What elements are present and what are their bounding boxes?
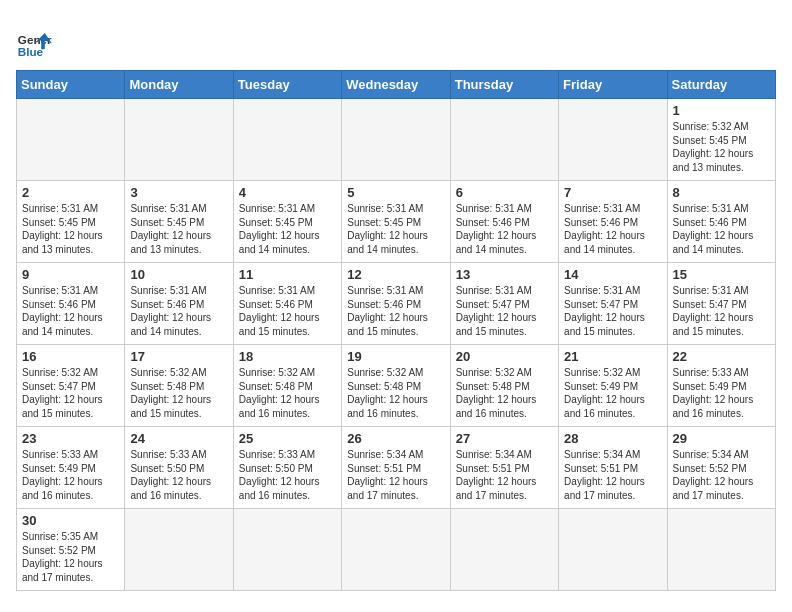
- calendar-cell: 5Sunrise: 5:31 AM Sunset: 5:45 PM Daylig…: [342, 181, 450, 263]
- day-info: Sunrise: 5:32 AM Sunset: 5:47 PM Dayligh…: [22, 366, 119, 420]
- calendar-cell: 27Sunrise: 5:34 AM Sunset: 5:51 PM Dayli…: [450, 427, 558, 509]
- calendar-cell: 26Sunrise: 5:34 AM Sunset: 5:51 PM Dayli…: [342, 427, 450, 509]
- calendar-cell: 4Sunrise: 5:31 AM Sunset: 5:45 PM Daylig…: [233, 181, 341, 263]
- calendar-cell: 17Sunrise: 5:32 AM Sunset: 5:48 PM Dayli…: [125, 345, 233, 427]
- day-info: Sunrise: 5:31 AM Sunset: 5:47 PM Dayligh…: [564, 284, 661, 338]
- week-row-5: 30Sunrise: 5:35 AM Sunset: 5:52 PM Dayli…: [17, 509, 776, 591]
- calendar-cell: [667, 509, 775, 591]
- calendar-cell: 21Sunrise: 5:32 AM Sunset: 5:49 PM Dayli…: [559, 345, 667, 427]
- day-info: Sunrise: 5:33 AM Sunset: 5:50 PM Dayligh…: [239, 448, 336, 502]
- calendar-cell: 16Sunrise: 5:32 AM Sunset: 5:47 PM Dayli…: [17, 345, 125, 427]
- day-number: 2: [22, 185, 119, 200]
- day-info: Sunrise: 5:31 AM Sunset: 5:46 PM Dayligh…: [347, 284, 444, 338]
- day-info: Sunrise: 5:35 AM Sunset: 5:52 PM Dayligh…: [22, 530, 119, 584]
- col-header-monday: Monday: [125, 71, 233, 99]
- day-number: 8: [673, 185, 770, 200]
- calendar-cell: 9Sunrise: 5:31 AM Sunset: 5:46 PM Daylig…: [17, 263, 125, 345]
- day-info: Sunrise: 5:31 AM Sunset: 5:45 PM Dayligh…: [347, 202, 444, 256]
- day-info: Sunrise: 5:31 AM Sunset: 5:46 PM Dayligh…: [130, 284, 227, 338]
- day-number: 3: [130, 185, 227, 200]
- logo: General Blue: [16, 24, 52, 60]
- day-info: Sunrise: 5:31 AM Sunset: 5:45 PM Dayligh…: [239, 202, 336, 256]
- day-info: Sunrise: 5:31 AM Sunset: 5:46 PM Dayligh…: [239, 284, 336, 338]
- day-number: 4: [239, 185, 336, 200]
- col-header-wednesday: Wednesday: [342, 71, 450, 99]
- day-info: Sunrise: 5:31 AM Sunset: 5:47 PM Dayligh…: [673, 284, 770, 338]
- header: General Blue: [16, 16, 776, 60]
- day-number: 20: [456, 349, 553, 364]
- day-info: Sunrise: 5:33 AM Sunset: 5:50 PM Dayligh…: [130, 448, 227, 502]
- day-number: 19: [347, 349, 444, 364]
- calendar-cell: 6Sunrise: 5:31 AM Sunset: 5:46 PM Daylig…: [450, 181, 558, 263]
- calendar-cell: [233, 99, 341, 181]
- day-number: 5: [347, 185, 444, 200]
- calendar-cell: [559, 99, 667, 181]
- day-number: 25: [239, 431, 336, 446]
- day-info: Sunrise: 5:34 AM Sunset: 5:51 PM Dayligh…: [347, 448, 444, 502]
- calendar-cell: [450, 99, 558, 181]
- calendar-cell: [559, 509, 667, 591]
- svg-text:Blue: Blue: [18, 45, 44, 58]
- calendar-cell: 19Sunrise: 5:32 AM Sunset: 5:48 PM Dayli…: [342, 345, 450, 427]
- calendar-cell: 25Sunrise: 5:33 AM Sunset: 5:50 PM Dayli…: [233, 427, 341, 509]
- col-header-sunday: Sunday: [17, 71, 125, 99]
- calendar-cell: 22Sunrise: 5:33 AM Sunset: 5:49 PM Dayli…: [667, 345, 775, 427]
- day-info: Sunrise: 5:32 AM Sunset: 5:48 PM Dayligh…: [347, 366, 444, 420]
- calendar-cell: [125, 99, 233, 181]
- calendar-cell: 12Sunrise: 5:31 AM Sunset: 5:46 PM Dayli…: [342, 263, 450, 345]
- day-number: 12: [347, 267, 444, 282]
- day-number: 30: [22, 513, 119, 528]
- week-row-4: 23Sunrise: 5:33 AM Sunset: 5:49 PM Dayli…: [17, 427, 776, 509]
- day-number: 27: [456, 431, 553, 446]
- day-info: Sunrise: 5:34 AM Sunset: 5:51 PM Dayligh…: [564, 448, 661, 502]
- calendar-cell: 11Sunrise: 5:31 AM Sunset: 5:46 PM Dayli…: [233, 263, 341, 345]
- col-header-thursday: Thursday: [450, 71, 558, 99]
- col-header-saturday: Saturday: [667, 71, 775, 99]
- day-info: Sunrise: 5:33 AM Sunset: 5:49 PM Dayligh…: [673, 366, 770, 420]
- calendar-cell: 15Sunrise: 5:31 AM Sunset: 5:47 PM Dayli…: [667, 263, 775, 345]
- calendar-cell: 3Sunrise: 5:31 AM Sunset: 5:45 PM Daylig…: [125, 181, 233, 263]
- calendar-cell: 28Sunrise: 5:34 AM Sunset: 5:51 PM Dayli…: [559, 427, 667, 509]
- day-number: 14: [564, 267, 661, 282]
- day-info: Sunrise: 5:32 AM Sunset: 5:48 PM Dayligh…: [239, 366, 336, 420]
- logo-icon: General Blue: [16, 24, 52, 60]
- day-number: 10: [130, 267, 227, 282]
- day-number: 11: [239, 267, 336, 282]
- day-info: Sunrise: 5:32 AM Sunset: 5:45 PM Dayligh…: [673, 120, 770, 174]
- calendar-cell: 7Sunrise: 5:31 AM Sunset: 5:46 PM Daylig…: [559, 181, 667, 263]
- day-number: 22: [673, 349, 770, 364]
- calendar-cell: 20Sunrise: 5:32 AM Sunset: 5:48 PM Dayli…: [450, 345, 558, 427]
- week-row-1: 2Sunrise: 5:31 AM Sunset: 5:45 PM Daylig…: [17, 181, 776, 263]
- day-info: Sunrise: 5:31 AM Sunset: 5:46 PM Dayligh…: [456, 202, 553, 256]
- day-info: Sunrise: 5:31 AM Sunset: 5:46 PM Dayligh…: [22, 284, 119, 338]
- calendar-cell: 14Sunrise: 5:31 AM Sunset: 5:47 PM Dayli…: [559, 263, 667, 345]
- calendar-cell: [450, 509, 558, 591]
- day-info: Sunrise: 5:32 AM Sunset: 5:48 PM Dayligh…: [456, 366, 553, 420]
- calendar-header-row: SundayMondayTuesdayWednesdayThursdayFrid…: [17, 71, 776, 99]
- day-info: Sunrise: 5:31 AM Sunset: 5:46 PM Dayligh…: [673, 202, 770, 256]
- day-info: Sunrise: 5:34 AM Sunset: 5:52 PM Dayligh…: [673, 448, 770, 502]
- day-number: 7: [564, 185, 661, 200]
- day-number: 1: [673, 103, 770, 118]
- calendar-cell: 24Sunrise: 5:33 AM Sunset: 5:50 PM Dayli…: [125, 427, 233, 509]
- calendar-cell: 29Sunrise: 5:34 AM Sunset: 5:52 PM Dayli…: [667, 427, 775, 509]
- calendar-cell: 13Sunrise: 5:31 AM Sunset: 5:47 PM Dayli…: [450, 263, 558, 345]
- calendar-cell: [342, 99, 450, 181]
- day-info: Sunrise: 5:34 AM Sunset: 5:51 PM Dayligh…: [456, 448, 553, 502]
- col-header-friday: Friday: [559, 71, 667, 99]
- week-row-3: 16Sunrise: 5:32 AM Sunset: 5:47 PM Dayli…: [17, 345, 776, 427]
- col-header-tuesday: Tuesday: [233, 71, 341, 99]
- day-info: Sunrise: 5:31 AM Sunset: 5:46 PM Dayligh…: [564, 202, 661, 256]
- day-info: Sunrise: 5:31 AM Sunset: 5:45 PM Dayligh…: [22, 202, 119, 256]
- day-number: 16: [22, 349, 119, 364]
- day-info: Sunrise: 5:32 AM Sunset: 5:48 PM Dayligh…: [130, 366, 227, 420]
- calendar-cell: [17, 99, 125, 181]
- day-info: Sunrise: 5:31 AM Sunset: 5:47 PM Dayligh…: [456, 284, 553, 338]
- calendar-cell: 1Sunrise: 5:32 AM Sunset: 5:45 PM Daylig…: [667, 99, 775, 181]
- calendar-cell: 30Sunrise: 5:35 AM Sunset: 5:52 PM Dayli…: [17, 509, 125, 591]
- calendar-cell: [342, 509, 450, 591]
- day-info: Sunrise: 5:33 AM Sunset: 5:49 PM Dayligh…: [22, 448, 119, 502]
- calendar-cell: 18Sunrise: 5:32 AM Sunset: 5:48 PM Dayli…: [233, 345, 341, 427]
- day-info: Sunrise: 5:32 AM Sunset: 5:49 PM Dayligh…: [564, 366, 661, 420]
- week-row-0: 1Sunrise: 5:32 AM Sunset: 5:45 PM Daylig…: [17, 99, 776, 181]
